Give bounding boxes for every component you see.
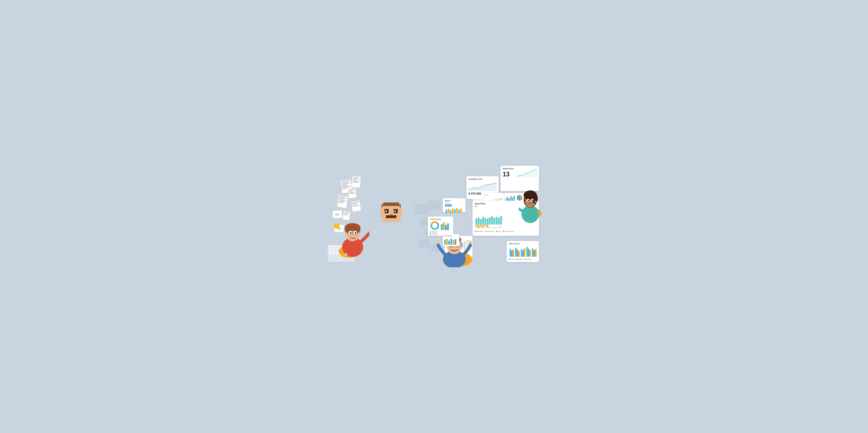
svg-text:Jan: Jan bbox=[476, 227, 478, 228]
summary-title: Total Summary bbox=[430, 218, 451, 220]
ebitda-chart bbox=[445, 207, 464, 213]
svg-point-65 bbox=[433, 224, 437, 228]
svg-rect-15 bbox=[383, 202, 399, 206]
kpi-bar-chart bbox=[505, 194, 515, 201]
svg-rect-31 bbox=[446, 210, 447, 213]
svg-rect-44 bbox=[506, 198, 507, 201]
svg-text:Mar: Mar bbox=[480, 227, 483, 228]
svg-rect-70 bbox=[475, 219, 477, 225]
svg-rect-24 bbox=[395, 211, 396, 212]
svg-point-130 bbox=[532, 200, 533, 201]
svg-rect-146 bbox=[451, 238, 452, 245]
svg-rect-113 bbox=[521, 249, 522, 257]
svg-rect-37 bbox=[458, 209, 460, 213]
svg-text:Nov: Nov bbox=[498, 227, 501, 228]
svg-rect-80 bbox=[498, 218, 500, 225]
svg-marker-42 bbox=[468, 183, 497, 191]
bg-card-3 bbox=[429, 201, 441, 209]
svg-rect-36 bbox=[456, 208, 458, 213]
document-2 bbox=[351, 176, 361, 188]
right-section: EBITDA 30 k$ $44 979 Sales bbox=[403, 166, 539, 267]
svg-rect-144 bbox=[446, 239, 448, 245]
svg-text:Apr: Apr bbox=[483, 227, 485, 228]
svg-text:May: May bbox=[485, 227, 487, 228]
svg-rect-34 bbox=[452, 208, 454, 213]
svg-rect-120 bbox=[534, 250, 535, 257]
svg-rect-108 bbox=[511, 251, 513, 257]
svg-rect-79 bbox=[496, 217, 498, 225]
svg-rect-32 bbox=[448, 209, 449, 213]
svg-rect-35 bbox=[454, 209, 456, 213]
bg-card-1 bbox=[415, 204, 429, 215]
svg-point-8 bbox=[355, 232, 356, 234]
svg-rect-23 bbox=[385, 211, 387, 212]
svg-marker-43 bbox=[516, 169, 537, 177]
svg-rect-26 bbox=[393, 209, 398, 210]
svg-rect-49 bbox=[514, 196, 515, 201]
svg-point-7 bbox=[350, 232, 351, 234]
svg-rect-20 bbox=[399, 208, 402, 218]
svg-rect-45 bbox=[507, 197, 508, 201]
svg-rect-47 bbox=[510, 196, 512, 201]
svg-text:Oct: Oct bbox=[496, 227, 498, 228]
svg-rect-77 bbox=[491, 216, 493, 224]
svg-point-132 bbox=[535, 201, 536, 202]
document-4 bbox=[337, 195, 348, 208]
pixel-face bbox=[378, 202, 404, 231]
svg-rect-27 bbox=[390, 214, 392, 215]
ebitda-badge: $44 979 bbox=[445, 204, 452, 206]
cost-group-card: Cost Group bbox=[443, 234, 459, 246]
salesstore-legend: Actuals Budget Variance bbox=[509, 259, 537, 260]
left-section: XLS XLS bbox=[329, 166, 374, 267]
ebitda-card: EBITDA 30 k$ $44 979 bbox=[443, 198, 465, 212]
person-center bbox=[437, 225, 472, 267]
svg-rect-30 bbox=[383, 219, 399, 222]
svg-rect-147 bbox=[453, 240, 454, 245]
svg-rect-71 bbox=[478, 218, 479, 225]
svg-rect-119 bbox=[532, 249, 533, 257]
svg-text:Feb: Feb bbox=[478, 227, 480, 228]
sales-by-store-card: Sales by Store bbox=[507, 241, 539, 262]
svg-rect-86 bbox=[485, 225, 486, 226]
svg-rect-33 bbox=[450, 210, 451, 213]
center-section bbox=[374, 166, 403, 267]
salesstore-title: Sales by Store bbox=[509, 243, 537, 244]
svg-text:Jul: Jul bbox=[490, 227, 491, 228]
main-container: XLS XLS bbox=[326, 162, 542, 271]
svg-text:Aug: Aug bbox=[492, 227, 494, 228]
svg-rect-145 bbox=[448, 241, 450, 245]
svg-rect-19 bbox=[381, 208, 383, 218]
ebitda-value: 30 k$ bbox=[445, 202, 463, 203]
svg-rect-29 bbox=[386, 215, 396, 217]
svg-rect-118 bbox=[530, 251, 531, 257]
svg-text:Sep: Sep bbox=[494, 227, 496, 228]
svg-point-122 bbox=[522, 205, 539, 223]
cost-group-chart bbox=[444, 237, 458, 245]
document-3 bbox=[348, 188, 356, 198]
svg-rect-117 bbox=[528, 249, 529, 257]
svg-rect-114 bbox=[522, 250, 524, 257]
cash-sparkline-chart bbox=[468, 181, 497, 191]
svg-rect-72 bbox=[480, 219, 482, 225]
svg-rect-107 bbox=[509, 249, 511, 257]
svg-point-126 bbox=[531, 194, 538, 203]
headcount-trend-chart bbox=[516, 168, 537, 177]
svg-text:Q1: Q1 bbox=[480, 226, 482, 227]
svg-rect-109 bbox=[513, 250, 514, 257]
svg-rect-75 bbox=[487, 219, 489, 225]
cashflow-subtitle: $M bbox=[474, 205, 485, 207]
svg-text:Dec: Dec bbox=[501, 227, 503, 228]
svg-rect-121 bbox=[535, 249, 536, 257]
svg-rect-38 bbox=[460, 209, 462, 213]
svg-point-11 bbox=[344, 253, 347, 256]
svg-rect-78 bbox=[494, 219, 495, 225]
svg-rect-73 bbox=[482, 217, 484, 225]
svg-rect-28 bbox=[386, 217, 396, 218]
ebitda-title: EBITDA bbox=[445, 200, 463, 202]
svg-rect-112 bbox=[518, 251, 520, 257]
svg-rect-148 bbox=[455, 239, 456, 245]
salesstore-chart bbox=[509, 245, 537, 258]
svg-rect-143 bbox=[444, 240, 446, 245]
svg-rect-81 bbox=[500, 216, 502, 224]
svg-point-129 bbox=[528, 200, 529, 201]
